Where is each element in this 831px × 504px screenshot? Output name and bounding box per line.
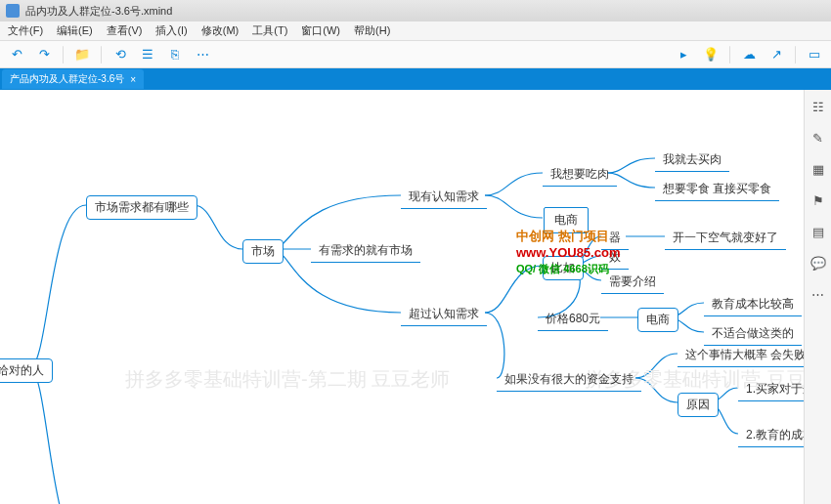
- open-icon[interactable]: 📁: [71, 44, 93, 65]
- menu-edit[interactable]: 编辑(E): [57, 23, 93, 38]
- redo-icon[interactable]: ↷: [33, 44, 55, 65]
- app-icon: [6, 4, 20, 18]
- watermark-line: QQ/ 微信 4668识码: [516, 262, 620, 275]
- mindmap-node[interactable]: 想要零食 直接买零食: [655, 178, 779, 201]
- image-icon[interactable]: ▦: [809, 160, 827, 178]
- separator: [729, 46, 730, 63]
- mindmap-node[interactable]: 教育成本比较高: [704, 293, 802, 316]
- share-icon[interactable]: ↗: [765, 44, 787, 65]
- list-icon[interactable]: ☰: [137, 44, 158, 65]
- undo-icon[interactable]: ↶: [6, 44, 27, 65]
- toolbar: ↶ ↷ 📁 ⟲ ☰ ⎘ ⋯ ▸ 💡 ☁ ↗ ▭: [0, 41, 831, 68]
- note-icon[interactable]: ▤: [809, 223, 827, 240]
- mindmap-node[interactable]: 超过认知需求: [401, 303, 487, 326]
- menu-view[interactable]: 查看(V): [107, 23, 143, 38]
- right-sidebar: ☷ ✎ ▦ ⚑ ▤ 💬 ⋯: [804, 90, 831, 504]
- tab-label: 产品内功及人群定位-3.6号: [10, 72, 124, 86]
- menu-window[interactable]: 窗口(W): [301, 23, 340, 38]
- menu-tools[interactable]: 工具(T): [252, 23, 287, 38]
- watermark-text: 拼多多零基础特训营-第二期 豆豆老师: [117, 363, 458, 396]
- mindmap-node[interactable]: 有需求的就有市场: [311, 239, 420, 263]
- separator: [795, 46, 796, 63]
- mindmap-node[interactable]: 市场: [242, 239, 284, 264]
- idea-icon[interactable]: 💡: [700, 44, 722, 65]
- menu-help[interactable]: 帮助(H): [354, 23, 390, 38]
- mindmap-node[interactable]: 不适合做这类的: [704, 322, 802, 346]
- mindmap-canvas[interactable]: 拼多多零基础特训营-第二期 豆豆老师 拼多多零基础特训营 豆豆老师 给对的人 市…: [0, 90, 831, 504]
- link-icon[interactable]: ⟲: [109, 44, 131, 65]
- close-icon[interactable]: ×: [130, 74, 136, 85]
- more-icon[interactable]: ⋯: [192, 44, 213, 65]
- present-icon[interactable]: ▸: [673, 44, 694, 65]
- separator: [101, 46, 102, 63]
- mindmap-node[interactable]: 电商: [637, 308, 678, 332]
- mindmap-node[interactable]: 我想要吃肉: [543, 163, 617, 187]
- mindmap-node[interactable]: 现有认知需求: [401, 186, 487, 209]
- separator: [63, 46, 64, 63]
- comment-icon[interactable]: 💬: [809, 254, 827, 272]
- marker-icon[interactable]: ⚑: [809, 191, 827, 209]
- menu-bar: 文件(F) 编辑(E) 查看(V) 插入(I) 修改(M) 工具(T) 窗口(W…: [0, 21, 831, 41]
- tab-bar: 产品内功及人群定位-3.6号 ×: [0, 68, 831, 90]
- mindmap-node[interactable]: 原因: [678, 393, 719, 417]
- watermark-line: www.YOU85.com: [516, 245, 620, 262]
- tab-document[interactable]: 产品内功及人群定位-3.6号 ×: [2, 69, 144, 89]
- task-icon[interactable]: ⋯: [809, 285, 827, 303]
- mindmap-node[interactable]: 价格680元: [538, 308, 608, 331]
- node-root[interactable]: 给对的人: [0, 358, 53, 383]
- outline-icon[interactable]: ☷: [809, 98, 827, 115]
- mindmap-node[interactable]: 如果没有很大的资金支持: [497, 368, 641, 392]
- page-icon[interactable]: ▭: [804, 44, 825, 65]
- menu-file[interactable]: 文件(F): [8, 23, 43, 38]
- title-bar: 品内功及人群定位-3.6号.xmind: [0, 0, 831, 21]
- mindmap-node[interactable]: 开一下空气就变好了: [665, 227, 786, 250]
- watermark-overlay: 中创网 热门项目 www.YOU85.com QQ/ 微信 4668识码: [516, 229, 620, 275]
- watermark-line: 中创网 热门项目: [516, 229, 620, 245]
- export-icon[interactable]: ⎘: [164, 44, 186, 65]
- mindmap-node[interactable]: 这个事情大概率 会失败: [678, 344, 813, 367]
- format-icon[interactable]: ✎: [809, 129, 827, 147]
- cloud-icon[interactable]: ☁: [738, 44, 760, 65]
- menu-modify[interactable]: 修改(M): [201, 23, 240, 38]
- menu-insert[interactable]: 插入(I): [155, 23, 187, 38]
- mindmap-node[interactable]: 市场需求都有哪些: [86, 195, 197, 220]
- mindmap-node[interactable]: 我就去买肉: [655, 148, 729, 172]
- window-title: 品内功及人群定位-3.6号.xmind: [25, 4, 172, 19]
